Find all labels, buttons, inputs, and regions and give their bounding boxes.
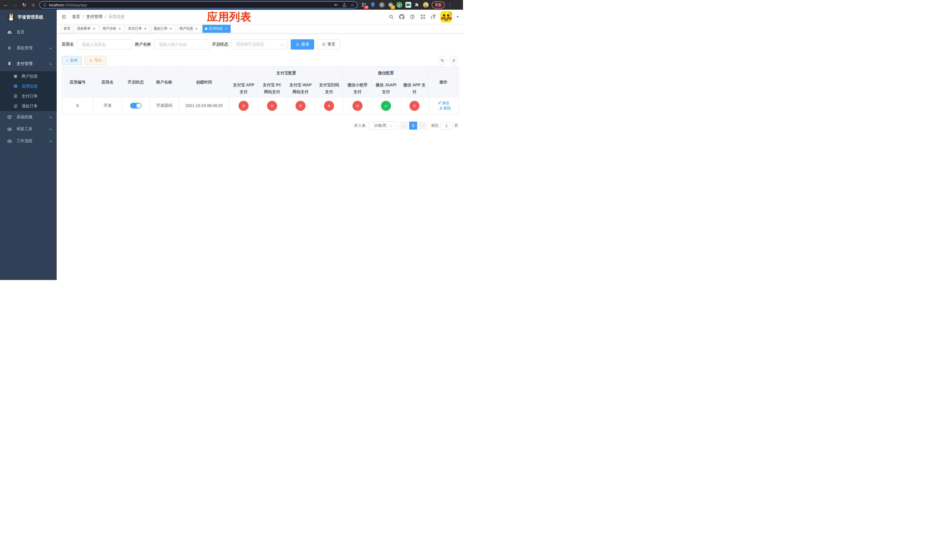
sidebar-item-home[interactable]: 首页 xyxy=(0,24,57,40)
extensions-puzzle-icon[interactable] xyxy=(414,2,420,8)
tab-home[interactable]: 首页 xyxy=(61,25,73,33)
close-icon[interactable]: × xyxy=(195,27,198,31)
search-button[interactable]: 搜索 xyxy=(291,39,314,50)
pagination-total: 共 1 条 xyxy=(354,123,366,128)
goto-page-input[interactable] xyxy=(440,122,453,130)
close-icon[interactable]: × xyxy=(169,27,173,31)
browser-menu-icon[interactable]: ⋮ xyxy=(448,2,451,8)
page-content: 应用名 商户名称 开启状态 请选择开启状态 xyxy=(57,33,463,280)
wx-lite-status-icon xyxy=(353,101,363,111)
table-row: 6 芋道 芋道源码 2021-10-23 08:49:25 xyxy=(62,97,458,114)
browser-nav-buttons: ← → ↻ ⌂ xyxy=(2,1,37,9)
browser-update-button[interactable]: 更新 xyxy=(432,2,445,9)
address-bar[interactable]: localhost:1024/pay/app ☆ xyxy=(39,1,358,9)
alipay-wap-status-icon xyxy=(295,101,306,111)
tab-user-group[interactable]: 用户分组× xyxy=(100,25,124,33)
edit-link[interactable]: 修改 xyxy=(438,101,449,106)
tab-refund-orders[interactable]: 退款订单× xyxy=(151,25,176,33)
help-icon[interactable] xyxy=(410,14,415,20)
site-info-icon[interactable] xyxy=(43,3,47,7)
status-select[interactable]: 请选择开启状态 xyxy=(232,39,287,50)
goto-suffix: 页 xyxy=(454,123,458,128)
tab-pay-orders[interactable]: 支付订单× xyxy=(126,25,150,33)
reset-button[interactable]: 重置 xyxy=(317,39,340,50)
documents-icon xyxy=(12,104,18,108)
user-avatar[interactable] xyxy=(440,11,452,23)
toolbox-icon xyxy=(6,139,12,144)
github-icon[interactable] xyxy=(399,14,405,20)
home-icon[interactable]: ⌂ xyxy=(30,1,37,9)
status-select-placeholder: 请选择开启状态 xyxy=(236,42,264,47)
add-button[interactable]: + 新增 xyxy=(62,56,82,65)
bookmark-star-icon[interactable]: ☆ xyxy=(351,3,354,7)
browser-profile-avatar[interactable] xyxy=(423,2,429,8)
close-icon[interactable]: × xyxy=(224,27,228,31)
app-name-input[interactable] xyxy=(77,39,132,50)
screenshot-root: ← → ↻ ⌂ localhost:1024/pay/app ☆ 10 xyxy=(0,0,463,280)
cell-app-id: 6 xyxy=(62,97,94,114)
recorder-badge: 1 xyxy=(391,5,395,9)
merchant-name-input[interactable] xyxy=(154,39,209,50)
sidebar-item-refund-orders[interactable]: 退款订单 xyxy=(0,101,57,111)
extension-meet-icon[interactable] xyxy=(405,2,411,8)
tags-view-bar: 首页 流程表单× 用户分组× 支付订单× 退款订单× 商户信息× 应用信息× xyxy=(57,24,463,33)
search-form: 应用名 商户名称 开启状态 请选择开启状态 xyxy=(62,39,458,50)
yen-circle-icon xyxy=(12,94,18,98)
alipay-pc-status-icon xyxy=(267,101,277,111)
alipay-app-status-icon xyxy=(239,101,248,111)
breadcrumb-payment[interactable]: 支付管理 xyxy=(86,14,102,20)
current-page-button[interactable]: 1 xyxy=(409,122,417,130)
header-search-icon[interactable] xyxy=(388,14,394,20)
sidebar-item-system[interactable]: ⚙ 系统管理 ∨ xyxy=(0,40,57,56)
password-key-icon[interactable] xyxy=(334,3,338,7)
extension-recorder-icon[interactable]: 1 xyxy=(387,2,393,8)
delete-link[interactable]: 删除 xyxy=(439,106,451,111)
share-icon[interactable] xyxy=(342,3,346,7)
sidebar-item-label: 研发工具 xyxy=(17,127,32,132)
forward-icon[interactable]: → xyxy=(11,1,19,9)
tab-merchant-info[interactable]: 商户信息× xyxy=(177,25,201,33)
sidebar-item-payment[interactable]: ¥ 支付管理 ∧ xyxy=(0,56,57,71)
sidebar-item-pay-orders[interactable]: 支付订单 xyxy=(0,91,57,101)
avatar-caret-icon[interactable]: ▾ xyxy=(457,15,458,19)
group-header-wechat: 微信配置 xyxy=(343,67,429,79)
extension-balloon-icon[interactable] xyxy=(370,2,376,8)
fullscreen-icon[interactable] xyxy=(420,14,426,20)
trash-icon xyxy=(439,106,443,110)
sidebar-item-dev-tools[interactable]: 研发工具 ∨ xyxy=(0,123,57,135)
monitor-chart-icon xyxy=(6,115,12,120)
extension-command-icon[interactable]: ⌘ xyxy=(379,2,385,8)
status-toggle[interactable] xyxy=(130,103,142,109)
toggle-search-button[interactable] xyxy=(438,56,446,65)
sidebar-item-label: 工作流程 xyxy=(17,138,32,144)
back-icon[interactable]: ← xyxy=(2,1,10,9)
tab-process-form[interactable]: 流程表单× xyxy=(74,25,98,33)
toolbox-icon xyxy=(6,127,12,132)
tab-app-info[interactable]: 应用信息× xyxy=(203,25,231,33)
page-size-select[interactable]: 10条/页 xyxy=(368,121,397,130)
close-icon[interactable]: × xyxy=(92,27,96,31)
next-page-button[interactable]: › xyxy=(419,122,427,130)
close-icon[interactable]: × xyxy=(118,27,122,31)
refresh-button[interactable] xyxy=(449,56,458,65)
font-size-icon[interactable]: TT xyxy=(431,14,436,20)
sidebar-item-infrastructure[interactable]: 基础设施 ∨ xyxy=(0,111,57,123)
col-header-alipay-wap: 支付宝 WAP 网站支付 xyxy=(286,79,315,97)
extensions-area: 10 ⌘ 1 y 更新 ⋮ xyxy=(361,2,451,9)
reload-icon[interactable]: ↻ xyxy=(21,1,28,9)
merchant-name-label: 商户名称 xyxy=(135,42,154,47)
extension-y-icon[interactable]: y xyxy=(396,2,402,8)
extension-kit-icon[interactable]: 10 xyxy=(361,2,367,8)
close-icon[interactable]: × xyxy=(143,27,147,31)
cell-actions: 修改 删除 xyxy=(429,97,458,114)
prev-page-button[interactable]: ‹ xyxy=(400,122,408,130)
sidebar-collapse-icon[interactable] xyxy=(61,14,67,20)
chevron-down-icon: ∨ xyxy=(49,128,52,131)
breadcrumb-home[interactable]: 首页 xyxy=(72,14,80,20)
sidebar-item-workflow[interactable]: 工作流程 ∨ xyxy=(0,135,57,147)
sidebar-item-app-info[interactable]: 应用信息 xyxy=(0,81,57,91)
sidebar-item-label: 系统管理 xyxy=(17,45,32,51)
export-button[interactable]: 导出 xyxy=(85,56,106,65)
sidebar-item-merchant-info[interactable]: 商户信息 xyxy=(0,71,57,81)
sidebar-logo[interactable]: 芋道管理系统 xyxy=(0,10,57,24)
